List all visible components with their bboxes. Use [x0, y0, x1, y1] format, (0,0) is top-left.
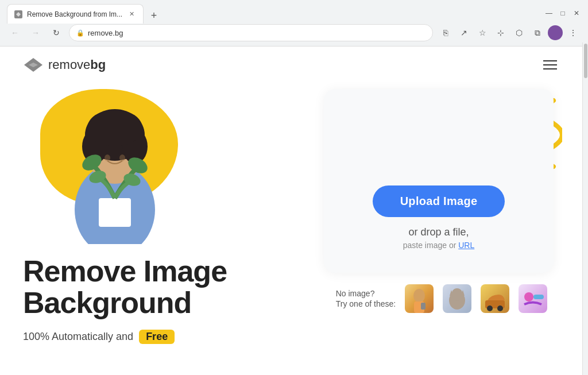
active-tab[interactable]: Remove Background from Im... ✕: [7, 4, 144, 24]
person-illustration: [52, 95, 178, 244]
hero-title: Remove Image Background: [23, 256, 295, 318]
svg-point-17: [413, 289, 425, 303]
forward-button[interactable]: →: [28, 25, 44, 41]
svg-point-9: [87, 110, 142, 146]
samples-row: No image? Try one of these:: [330, 284, 548, 313]
bookmarks-icon[interactable]: ⊹: [493, 25, 509, 41]
svg-point-26: [497, 306, 503, 311]
address-bar[interactable]: 🔒 remove.bg: [69, 24, 433, 41]
new-tab-button[interactable]: +: [146, 7, 162, 24]
svg-point-21: [451, 288, 463, 301]
tab-close-button[interactable]: ✕: [127, 10, 136, 19]
title-bar: Remove Background from Im... ✕ + — □ ✕: [0, 0, 588, 22]
free-badge: Free: [139, 330, 175, 344]
scrollbar-thumb[interactable]: [584, 44, 587, 78]
close-button[interactable]: ✕: [572, 9, 581, 18]
drop-file-text: or drop a file,: [408, 226, 469, 238]
refresh-button[interactable]: ↻: [48, 25, 64, 41]
share-icon[interactable]: ↗: [456, 25, 472, 41]
svg-rect-12: [99, 198, 131, 227]
svg-point-27: [524, 292, 533, 301]
hero-image-area: [23, 83, 207, 244]
url-text: remove.bg: [88, 29, 425, 37]
page-content: removebg: [0, 47, 582, 375]
svg-point-11: [119, 154, 125, 161]
minimize-button[interactable]: —: [544, 9, 554, 18]
back-button[interactable]: ←: [7, 25, 23, 41]
maximize-button[interactable]: □: [558, 9, 567, 18]
hamburger-menu[interactable]: [541, 58, 559, 72]
menu-icon[interactable]: ⋮: [565, 25, 581, 41]
site-header: removebg: [0, 47, 582, 83]
hero-section: Remove Image Background 100% Automatical…: [0, 83, 582, 344]
sample-thumb-1[interactable]: [405, 284, 434, 313]
sample-thumb-3[interactable]: [481, 284, 509, 313]
logo-text: removebg: [48, 57, 106, 72]
paste-hint-text: paste image or URL: [403, 241, 475, 250]
hero-left: Remove Image Background 100% Automatical…: [23, 83, 295, 344]
logo-icon: [23, 57, 44, 73]
samples-label: No image? Try one of these:: [336, 288, 396, 309]
window-controls: — □ ✕: [544, 9, 581, 18]
tab-title: Remove Background from Im...: [27, 10, 122, 18]
svg-point-10: [105, 154, 110, 161]
svg-point-25: [487, 306, 493, 311]
scrollbar[interactable]: [582, 42, 588, 375]
upload-image-button[interactable]: Upload Image: [373, 185, 505, 217]
split-view-icon[interactable]: ⧉: [529, 25, 546, 41]
toolbar-icons: ⎘ ↗ ☆ ⊹ ⬡ ⧉ ⋮: [438, 25, 581, 41]
url-link[interactable]: URL: [458, 241, 474, 250]
extensions-icon[interactable]: ⬡: [511, 25, 527, 41]
hero-subtitle: 100% Automatically and Free: [23, 330, 295, 344]
address-bar-row: ← → ↻ 🔒 remove.bg ⎘ ↗ ☆ ⊹ ⬡ ⧉ ⋮: [0, 22, 588, 46]
svg-rect-28: [533, 295, 544, 299]
hero-right: Upload Image or drop a file, paste image…: [318, 83, 559, 313]
svg-rect-19: [421, 303, 425, 310]
hero-text: Remove Image Background 100% Automatical…: [23, 256, 295, 344]
cast-icon[interactable]: ⎘: [438, 25, 454, 41]
bookmark-icon[interactable]: ☆: [474, 25, 490, 41]
security-lock-icon: 🔒: [76, 29, 84, 37]
sample-thumb-2[interactable]: [443, 284, 471, 313]
tab-favicon: [14, 10, 22, 18]
logo-area: removebg: [23, 57, 106, 73]
sample-thumb-4[interactable]: [519, 284, 547, 313]
upload-card: Upload Image or drop a file, paste image…: [324, 89, 554, 273]
profile-avatar[interactable]: [548, 25, 563, 40]
